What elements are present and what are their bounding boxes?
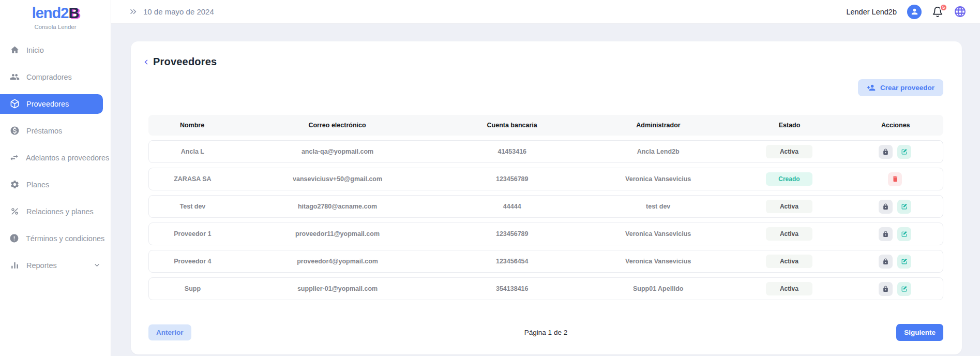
cell-estado: Activa xyxy=(731,282,848,295)
cell-administrador: Supp01 Apellido xyxy=(585,285,731,292)
main-column: 10 de mayo de 2024 Lender Lend2b 5 xyxy=(111,0,980,356)
edit-icon xyxy=(901,286,908,292)
cell-administrador: test dev xyxy=(585,203,731,210)
cell-correo: hitago2780@acname.com xyxy=(236,203,439,210)
lock-icon xyxy=(882,258,889,265)
lock-action-button[interactable] xyxy=(879,255,893,269)
sidebar-item-planes[interactable]: Planes xyxy=(0,175,111,195)
cell-administrador: Veronica Vansevicius xyxy=(585,258,731,265)
delete-action-button[interactable] xyxy=(888,172,902,186)
status-badge: Activa xyxy=(766,227,812,241)
chart-icon xyxy=(9,260,20,271)
current-date: 10 de mayo de 2024 xyxy=(143,7,214,16)
sidebar-item-label: Inicio xyxy=(26,46,44,54)
user-name: Lender Lend2b xyxy=(846,8,897,16)
edit-action-button[interactable] xyxy=(897,282,911,296)
cell-correo: vanseviciusv+50@gmail.com xyxy=(236,175,439,183)
home-icon xyxy=(9,45,20,55)
cell-acciones xyxy=(848,282,943,296)
table-row: Test devhitago2780@acname.com44444test d… xyxy=(148,195,943,218)
avatar[interactable] xyxy=(907,5,922,19)
sidebar-item-label: Planes xyxy=(26,181,49,189)
content-area: Proveedores Crear proveedor NombreCorreo… xyxy=(111,24,980,356)
sidebar-item-inicio[interactable]: Inicio xyxy=(0,40,111,60)
page-title-row: Proveedores xyxy=(131,41,962,68)
cell-cuenta: 41453416 xyxy=(439,148,585,155)
cell-nombre: Proveedor 1 xyxy=(149,230,236,238)
sidebar-nav: InicioCompradoresProveedoresPréstamosAde… xyxy=(0,30,111,275)
edit-action-button[interactable] xyxy=(897,200,911,214)
status-badge: Creado xyxy=(766,172,812,186)
table-row: ZARASA SAvanseviciusv+50@gmail.com123456… xyxy=(148,168,943,190)
gear-icon xyxy=(9,180,20,190)
sidebar-item-relaciones-y-planes[interactable]: Relaciones y planes xyxy=(0,202,111,221)
cell-correo: ancla-qa@yopmail.com xyxy=(236,148,439,155)
sidebar-item-terminos-y-condiciones[interactable]: Términos y condiciones xyxy=(0,229,111,248)
language-globe-icon[interactable] xyxy=(954,5,967,18)
back-button[interactable] xyxy=(141,57,150,67)
app: lend2B Consola Lender InicioCompradoresP… xyxy=(0,0,980,356)
cell-acciones xyxy=(848,227,943,241)
edit-icon xyxy=(901,149,908,155)
sidebar-item-proveedores[interactable]: Proveedores xyxy=(0,94,103,114)
lock-action-button[interactable] xyxy=(879,282,893,296)
cell-cuenta: 354138416 xyxy=(439,285,585,292)
status-badge: Activa xyxy=(766,255,812,268)
brand-logo: lend2B Consola Lender xyxy=(0,0,111,30)
cell-acciones xyxy=(848,255,943,269)
create-provider-button[interactable]: Crear proveedor xyxy=(858,79,943,96)
status-badge: Activa xyxy=(766,145,812,158)
cell-acciones xyxy=(848,145,943,159)
cell-nombre: Ancla L xyxy=(149,148,236,155)
edit-action-button[interactable] xyxy=(897,145,911,159)
cell-nombre: ZARASA SA xyxy=(149,175,236,183)
sidebar-item-prestamos[interactable]: Préstamos xyxy=(0,121,111,141)
sidebar-item-compradores[interactable]: Compradores xyxy=(0,67,111,87)
providers-card: Proveedores Crear proveedor NombreCorreo… xyxy=(131,41,962,354)
coin-icon xyxy=(9,126,20,136)
lock-icon xyxy=(882,231,889,238)
cell-administrador: Veronica Vansevicius xyxy=(585,175,731,183)
edit-action-button[interactable] xyxy=(897,255,911,269)
cell-correo: supplier-01@yopmail.com xyxy=(236,285,439,292)
cell-correo: proveedor4@yopmail.com xyxy=(236,258,439,265)
cell-acciones xyxy=(848,200,943,214)
table-row: Proveedor 4proveedor4@yopmail.com1234564… xyxy=(148,250,943,273)
lock-action-button[interactable] xyxy=(879,227,893,241)
cell-estado: Activa xyxy=(731,227,848,241)
cell-cuenta: 123456454 xyxy=(439,258,585,265)
logo-text: lend2B xyxy=(0,5,111,22)
sidebar-item-label: Relaciones y planes xyxy=(26,207,94,216)
lock-icon xyxy=(882,286,889,292)
cell-cuenta: 44444 xyxy=(439,203,585,210)
cell-correo: proveedor11@yopmail.com xyxy=(236,230,439,238)
edit-icon xyxy=(901,203,908,210)
alert-icon xyxy=(9,233,19,244)
table-header-row: NombreCorreo electrónicoCuenta bancariaA… xyxy=(148,115,943,136)
chevron-down-icon[interactable] xyxy=(93,261,101,270)
lock-action-button[interactable] xyxy=(879,145,893,159)
column-header-nombre: Nombre xyxy=(148,122,236,129)
next-page-button[interactable]: Siguiente xyxy=(896,324,943,341)
edit-action-button[interactable] xyxy=(897,227,911,241)
lock-icon xyxy=(882,203,889,210)
cell-acciones xyxy=(848,172,943,186)
expand-sidebar-icon[interactable] xyxy=(128,7,138,17)
lock-icon xyxy=(882,149,889,155)
column-header-correo-electronico: Correo electrónico xyxy=(236,122,439,129)
cell-estado: Activa xyxy=(731,255,848,268)
sidebar-item-reportes[interactable]: Reportes xyxy=(0,256,111,275)
table-row: Ancla Lancla-qa@yopmail.com41453416Ancla… xyxy=(148,140,943,163)
person-add-icon xyxy=(867,83,876,92)
providers-table: NombreCorreo electrónicoCuenta bancariaA… xyxy=(148,115,943,300)
sidebar-item-label: Términos y condiciones xyxy=(26,234,104,243)
notifications-button[interactable]: 5 xyxy=(932,6,943,18)
logo-primary: lend2 xyxy=(32,5,69,21)
pagination: Anterior Página 1 de 2 Siguiente xyxy=(148,324,943,341)
lock-action-button[interactable] xyxy=(879,200,893,214)
previous-page-button[interactable]: Anterior xyxy=(148,324,191,340)
trash-icon xyxy=(892,175,899,183)
sidebar-item-adelantos-a-proveedores[interactable]: Adelantos a proveedores xyxy=(0,148,111,168)
user-icon xyxy=(910,7,919,16)
sidebar-item-label: Compradores xyxy=(26,73,72,81)
